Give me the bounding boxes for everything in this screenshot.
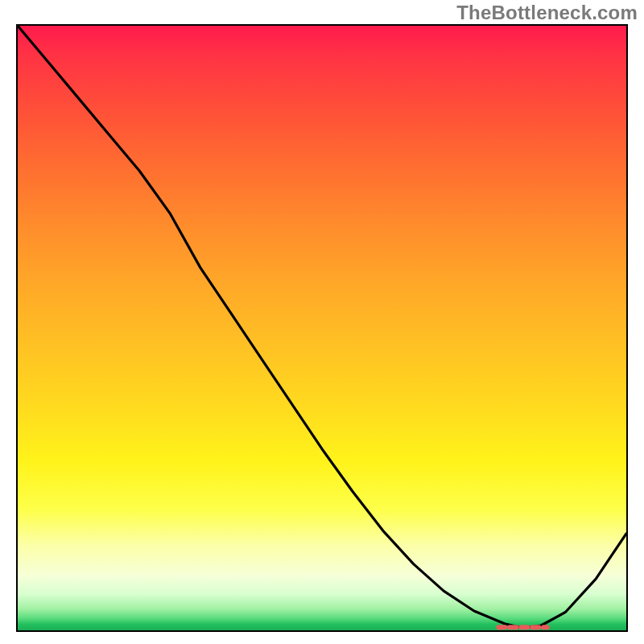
- chart-curve: [18, 26, 626, 628]
- chart-svg: [18, 26, 626, 630]
- chart-plot-area: [16, 24, 628, 632]
- watermark-text: TheBottleneck.com: [456, 2, 638, 24]
